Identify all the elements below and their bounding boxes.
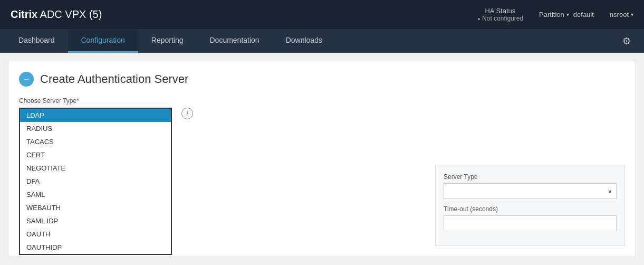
ha-status-dot: ● (477, 16, 480, 22)
ha-status-text: Not configured (482, 15, 523, 22)
server-type-item-oauthidp[interactable]: OAUTHIDP (20, 241, 171, 254)
server-type-item-negotiate[interactable]: NEGOTIATE (20, 162, 171, 175)
back-button[interactable]: ← (19, 72, 34, 87)
tab-reporting[interactable]: Reporting (138, 29, 197, 53)
info-icon[interactable]: i (181, 108, 193, 119)
username: nsroot (610, 11, 629, 18)
server-type-field: Server Type ∨ (444, 173, 617, 199)
app-name: ADC VPX (5) (40, 8, 102, 20)
nav-bar: Dashboard Configuration Reporting Docume… (0, 29, 644, 53)
server-type-item-radius[interactable]: RADIUS (20, 122, 171, 135)
server-type-dropdown-label: Server Type (444, 173, 617, 181)
server-type-list: LDAP RADIUS TACACS CERT NEGOTIATE DFA SA… (19, 108, 172, 255)
server-type-item-webauth[interactable]: WEBAUTH (20, 201, 171, 214)
ha-status-value: ● Not configured (477, 15, 523, 22)
ha-status: HA Status ● Not configured (477, 7, 523, 22)
server-type-item-oauth[interactable]: OAUTH (20, 228, 171, 241)
server-type-item-saml-idp[interactable]: SAML IDP (20, 214, 171, 228)
app-logo: Citrix ADC VPX (5) (11, 8, 102, 21)
right-panel-bottom: Server Type ∨ Time-out (seconds) (435, 165, 625, 246)
settings-gear-icon[interactable]: ⚙ (614, 29, 639, 53)
server-type-select[interactable] (444, 183, 617, 199)
page-title: Create Authentication Server (40, 72, 188, 86)
nav-tabs: Dashboard Configuration Reporting Docume… (5, 29, 335, 53)
partition-label: Partition (539, 11, 564, 18)
timeout-label: Time-out (seconds) (444, 205, 617, 213)
server-type-item-ldap[interactable]: LDAP (20, 109, 171, 122)
citrix-brand: Citrix (11, 8, 37, 20)
partition-value: default (573, 11, 594, 18)
timeout-input[interactable] (444, 215, 617, 231)
partition-chevron-icon: ▾ (566, 12, 569, 17)
user-menu-button[interactable]: nsroot ▾ (610, 11, 633, 18)
left-panel: Choose Server Type* LDAP RADIUS TACACS C… (19, 97, 204, 255)
ha-status-label: HA Status (485, 7, 515, 15)
page-title-row: ← Create Authentication Server (19, 72, 625, 87)
server-type-list-label: Choose Server Type* (19, 97, 204, 105)
server-type-select-wrapper: ∨ (444, 183, 617, 199)
tab-dashboard[interactable]: Dashboard (5, 29, 68, 53)
header-right-section: HA Status ● Not configured Partition ▾ d… (477, 7, 633, 22)
page-content: ← Create Authentication Server Choose Se… (8, 61, 636, 257)
user-chevron-icon: ▾ (631, 12, 633, 17)
server-type-item-dfa[interactable]: DFA (20, 175, 171, 188)
header-bar: Citrix ADC VPX (5) HA Status ● Not confi… (0, 0, 644, 29)
tab-downloads[interactable]: Downloads (273, 29, 335, 53)
tab-documentation[interactable]: Documentation (196, 29, 272, 53)
timeout-field: Time-out (seconds) (444, 205, 617, 231)
partition-button[interactable]: Partition ▾ default (539, 11, 594, 18)
tab-configuration[interactable]: Configuration (68, 29, 138, 53)
server-type-item-tacacs[interactable]: TACACS (20, 135, 171, 148)
server-type-item-cert[interactable]: CERT (20, 148, 171, 162)
server-type-item-saml[interactable]: SAML (20, 188, 171, 201)
